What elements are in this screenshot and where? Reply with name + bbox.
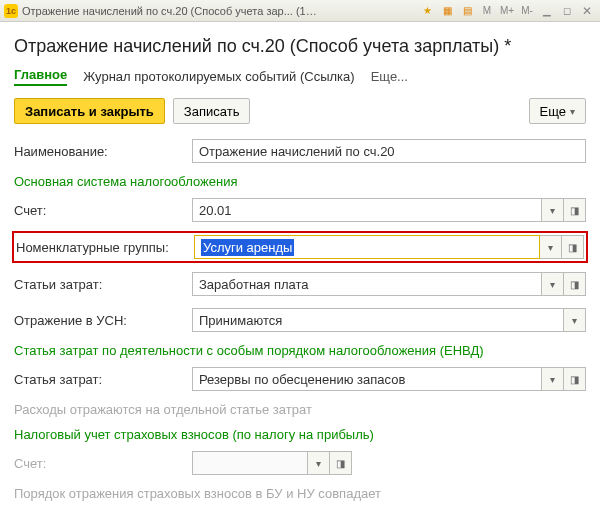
row-usn: Отражение в УСН: Принимаются ▾ — [14, 307, 586, 333]
content: Отражение начислений по сч.20 (Способ уч… — [0, 22, 600, 513]
cost-item2-input[interactable]: Резервы по обесценению запасов — [192, 367, 542, 391]
name-label: Наименование: — [14, 144, 192, 159]
account-dropdown-icon[interactable]: ▾ — [542, 198, 564, 222]
section-envd: Статья затрат по деятельности с особым п… — [14, 343, 586, 358]
row-name: Наименование: Отражение начислений по сч… — [14, 138, 586, 164]
name-input[interactable]: Отражение начислений по сч.20 — [192, 139, 586, 163]
write-and-close-button[interactable]: Записать и закрыть — [14, 98, 165, 124]
tab-main[interactable]: Главное — [14, 67, 67, 86]
section-insurance: Налоговый учет страховых взносов (по нал… — [14, 427, 586, 442]
more-button[interactable]: Еще — [529, 98, 586, 124]
account2-dropdown-icon: ▾ — [308, 451, 330, 475]
write-button[interactable]: Записать — [173, 98, 251, 124]
row-account: Счет: 20.01 ▾ ◨ — [14, 197, 586, 223]
nomenclature-input[interactable]: Услуги аренды — [194, 235, 540, 259]
app-icon: 1c — [4, 4, 18, 18]
row-account2: Счет: ▾ ◨ — [14, 450, 586, 476]
row-cost-item2: Статья затрат: Резервы по обесценению за… — [14, 366, 586, 392]
cost-items-dropdown-icon[interactable]: ▾ — [542, 272, 564, 296]
cost-item2-open-icon[interactable]: ◨ — [564, 367, 586, 391]
account2-label: Счет: — [14, 456, 192, 471]
nomenclature-open-icon[interactable]: ◨ — [562, 235, 584, 259]
titlebar: 1c Отражение начислений по сч.20 (Способ… — [0, 0, 600, 22]
maximize-icon[interactable]: ◻ — [558, 3, 576, 19]
account-open-icon[interactable]: ◨ — [564, 198, 586, 222]
cost-items-open-icon[interactable]: ◨ — [564, 272, 586, 296]
cost-items-label: Статьи затрат: — [14, 277, 192, 292]
command-bar: Главное Журнал протоколируемых событий (… — [14, 67, 586, 86]
row-cost-items: Статьи затрат: Заработная плата ▾ ◨ — [14, 271, 586, 297]
cost-item2-label: Статья затрат: — [14, 372, 192, 387]
nomenclature-label: Номенклатурные группы: — [16, 240, 194, 255]
account-label: Счет: — [14, 203, 192, 218]
cost-items-input[interactable]: Заработная плата — [192, 272, 542, 296]
usn-dropdown-icon[interactable]: ▾ — [564, 308, 586, 332]
tab-journal[interactable]: Журнал протоколируемых событий (Ссылка) — [83, 69, 354, 84]
usn-input[interactable]: Принимаются — [192, 308, 564, 332]
nomenclature-value-selected: Услуги аренды — [201, 239, 294, 256]
toolbar: Записать и закрыть Записать Еще — [14, 98, 586, 124]
section-main-tax: Основная система налогообложения — [14, 174, 586, 189]
calc-m-minus-button[interactable]: M- — [518, 3, 536, 19]
page-title: Отражение начислений по сч.20 (Способ уч… — [14, 36, 586, 57]
note-envd: Расходы отражаются на отдельной статье з… — [14, 402, 586, 417]
tab-more[interactable]: Еще... — [371, 69, 408, 84]
calc-m-plus-button[interactable]: M+ — [498, 3, 516, 19]
calc-m-button[interactable]: M — [478, 3, 496, 19]
row-nomenclature-groups: Номенклатурные группы: Услуги аренды ▾ ◨ — [12, 231, 588, 263]
toolbar-icon-1[interactable]: ▦ — [438, 3, 456, 19]
minimize-icon[interactable]: ▁ — [538, 3, 556, 19]
account2-input — [192, 451, 308, 475]
note-insurance: Порядок отражения страховых взносов в БУ… — [14, 486, 586, 501]
close-icon[interactable]: ✕ — [578, 3, 596, 19]
usn-label: Отражение в УСН: — [14, 313, 192, 328]
favorite-icon[interactable]: ★ — [418, 3, 436, 19]
account-input[interactable]: 20.01 — [192, 198, 542, 222]
account2-open-icon: ◨ — [330, 451, 352, 475]
toolbar-icon-2[interactable]: ▤ — [458, 3, 476, 19]
cost-item2-dropdown-icon[interactable]: ▾ — [542, 367, 564, 391]
window-title: Отражение начислений по сч.20 (Способ уч… — [22, 5, 322, 17]
nomenclature-dropdown-icon[interactable]: ▾ — [540, 235, 562, 259]
